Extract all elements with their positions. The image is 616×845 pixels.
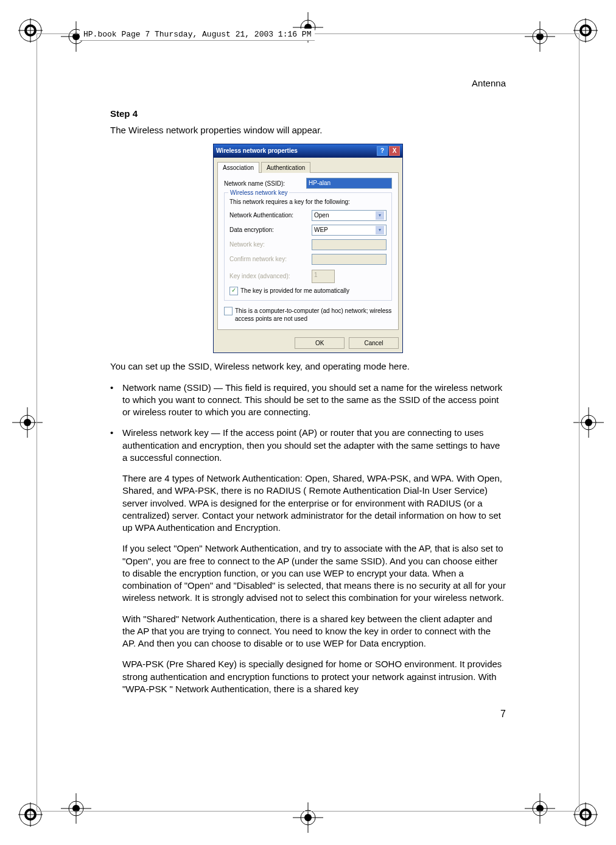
adhoc-label: This is a computer-to-computer (ad hoc) …: [235, 307, 392, 323]
network-key-label: Network key:: [229, 240, 312, 249]
chevron-down-icon: ▾: [376, 226, 384, 234]
confirm-key-input[interactable]: [312, 254, 387, 265]
after-dialog-text: You can set up the SSID, Wireless networ…: [110, 360, 506, 373]
wireless-properties-dialog: Wireless network properties ? X Associat…: [213, 144, 403, 354]
auto-key-label: The key is provided for me automatically: [240, 287, 349, 295]
ssid-label: Network name (SSID):: [224, 180, 306, 188]
encryption-label: Data encryption:: [229, 226, 312, 234]
cancel-button[interactable]: Cancel: [349, 337, 399, 349]
intro-text: The Wireless network properties window w…: [110, 124, 506, 136]
auth-value: Open: [314, 211, 329, 220]
key-index-label: Key index (advanced):: [229, 272, 312, 281]
bullet-icon: •: [110, 427, 122, 464]
dialog-tabs: Association Authentication: [214, 158, 402, 173]
ok-button[interactable]: OK: [295, 337, 345, 349]
chevron-down-icon: ▾: [376, 211, 384, 220]
page-crop-frame: HP.book Page 7 Thursday, August 21, 2003…: [37, 33, 579, 812]
tab-authentication[interactable]: Authentication: [261, 162, 310, 174]
body-paragraph: There are 4 types of Network Authenticat…: [122, 472, 506, 534]
tab-association[interactable]: Association: [217, 162, 259, 174]
confirm-key-label: Confirm network key:: [229, 255, 312, 264]
fieldset-hint: This network requires a key for the foll…: [229, 198, 387, 206]
fieldset-legend: Wireless network key: [228, 189, 289, 197]
body-paragraph: If you select "Open" Network Authenticat…: [122, 542, 506, 604]
wireless-key-fieldset: Wireless network key This network requir…: [224, 192, 392, 301]
running-head: Antenna: [110, 77, 506, 89]
auto-key-checkbox[interactable]: ✓: [229, 287, 238, 295]
encryption-value: WEP: [314, 226, 328, 234]
bullet-item: • Wireless network key — If the access p…: [110, 427, 506, 464]
document-header-line: HP.book Page 7 Thursday, August 21, 2003…: [80, 29, 315, 41]
bullet-item: • Network name (SSID) — This field is re…: [110, 382, 506, 419]
bullet-text: Wireless network key — If the access poi…: [122, 427, 506, 464]
auth-dropdown[interactable]: Open▾: [312, 210, 387, 221]
bullet-icon: •: [110, 382, 122, 419]
body-paragraph: With "Shared" Network Authentication, th…: [122, 613, 506, 650]
step-heading: Step 4: [110, 108, 506, 120]
adhoc-checkbox[interactable]: [224, 307, 233, 315]
bullet-text: Network name (SSID) — This field is requ…: [122, 382, 506, 419]
auth-label: Network Authentication:: [229, 211, 312, 220]
key-index-spinner[interactable]: 1: [312, 270, 335, 283]
close-button[interactable]: X: [389, 146, 400, 156]
dialog-title: Wireless network properties: [216, 147, 298, 155]
encryption-dropdown[interactable]: WEP▾: [312, 225, 387, 236]
dialog-titlebar[interactable]: Wireless network properties ? X: [214, 144, 402, 158]
ssid-input[interactable]: HP-alan: [306, 178, 392, 189]
body-paragraph: WPA-PSK (Pre Shared Key) is specially de…: [122, 658, 506, 695]
help-button[interactable]: ?: [377, 146, 388, 156]
network-key-input[interactable]: [312, 239, 387, 250]
page-number: 7: [110, 707, 506, 721]
